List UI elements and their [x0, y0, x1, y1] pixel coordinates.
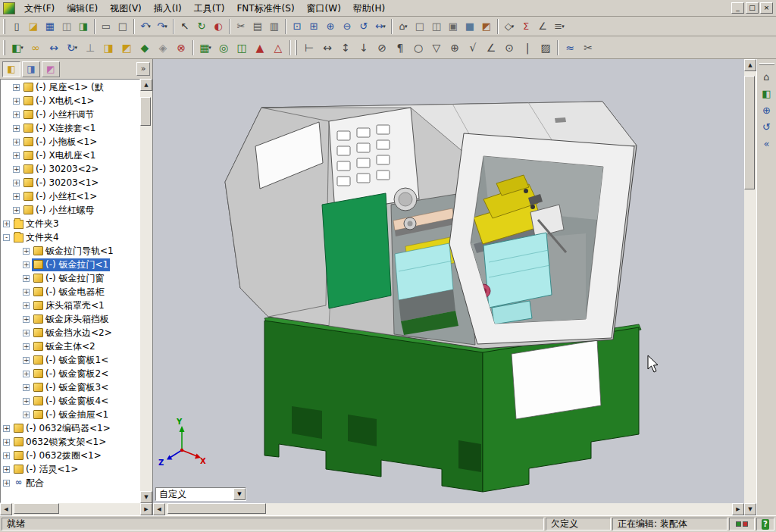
apply-scene-button[interactable]: ◧	[759, 85, 775, 102]
spline-button[interactable]: ≈	[561, 39, 579, 57]
close-button[interactable]: ×	[760, 2, 773, 14]
tree-horizontal-scrollbar[interactable]: ◀ ▶	[0, 503, 152, 515]
expand-box-icon[interactable]: +	[23, 398, 30, 405]
expand-box-icon[interactable]: +	[23, 412, 30, 418]
rotate-component-button[interactable]: ↻▾	[63, 39, 81, 57]
view-home-button[interactable]: ⌂	[759, 68, 775, 85]
scroll-up-button[interactable]: ▲	[744, 59, 756, 71]
zoom-to-area-button[interactable]: ⊕	[759, 102, 775, 118]
tree-item-target[interactable]: (-) 0632拨圈<1>	[12, 449, 103, 462]
view-orientation-combo[interactable]: 自定义 ▼	[155, 487, 246, 501]
wireframe-button[interactable]: □	[411, 18, 428, 35]
expand-box-icon[interactable]: +	[23, 316, 30, 323]
scroll-right-button[interactable]: ▶	[732, 503, 744, 515]
ordinate-dimension-button[interactable]: ↓	[355, 39, 373, 57]
tree-item-target[interactable]: (-) 小丝杆调节	[22, 108, 96, 121]
rebuild-button[interactable]: ↻	[193, 18, 210, 35]
save-button[interactable]: ▦	[42, 18, 58, 35]
expand-box-icon[interactable]: +	[13, 193, 20, 200]
expand-box-icon[interactable]: +	[23, 343, 30, 350]
tree-item-target[interactable]: 0632锁紧支架<1>	[12, 436, 108, 449]
tree-item-target[interactable]: (-) 小丝杠<1>	[22, 190, 99, 203]
zoom-to-fit-button[interactable]: ⊡	[289, 18, 305, 35]
scroll-thumb[interactable]	[140, 97, 151, 126]
weld-symbol-button[interactable]: ∠	[482, 39, 500, 57]
menu-insert[interactable]: 插入(I)	[148, 1, 188, 16]
zoom-in-out-button[interactable]: ⊕	[322, 18, 339, 35]
menu-edit[interactable]: 编辑(E)	[61, 1, 104, 16]
cut-button[interactable]: ✂	[233, 18, 249, 35]
expand-box-icon[interactable]: +	[13, 207, 20, 214]
redo-button[interactable]: ↷▾	[154, 18, 171, 35]
expand-box-icon[interactable]: +	[23, 357, 30, 364]
hidden-lines-removed-button[interactable]: ▣	[445, 18, 462, 35]
tree-item-target[interactable]: (-) X连接套<1	[22, 122, 97, 135]
hide-show-component-button[interactable]: ◨	[99, 39, 117, 57]
copy-button[interactable]: ▤	[249, 18, 266, 35]
note-button[interactable]: ¶	[391, 39, 409, 57]
tree-item-target[interactable]: (-) 钣金抽屉<1	[32, 408, 110, 421]
surface-finish-button[interactable]: √	[464, 39, 482, 57]
menu-help[interactable]: 帮助(H)	[347, 1, 391, 16]
change-suppression-state-button[interactable]: ◩	[117, 39, 136, 57]
make-assembly-from-part-button[interactable]: ◨	[75, 18, 92, 35]
expand-box-icon[interactable]: +	[23, 384, 30, 391]
tree-item-target[interactable]: (-) 活灵<1>	[12, 463, 80, 476]
menu-window[interactable]: 窗口(W)	[301, 1, 347, 16]
hole-callout-button[interactable]: ⊘	[373, 39, 391, 57]
tree-item-target[interactable]: (-) 钣金窗板2<	[32, 368, 110, 380]
status-help[interactable]: ?	[756, 518, 774, 530]
scroll-down-button[interactable]: ▼	[744, 503, 756, 515]
tree-item-target[interactable]: (-) 钣金电器柜	[32, 286, 106, 299]
tree-item-target[interactable]: (-) 钣金窗板4<	[32, 395, 110, 408]
scroll-down-button[interactable]: ▼	[140, 491, 152, 503]
toolbar-grip[interactable]	[3, 40, 5, 55]
panel-collapse-button[interactable]: »	[136, 62, 150, 76]
scroll-up-button[interactable]: ▲	[140, 79, 152, 91]
hidden-lines-visible-button[interactable]: ◫	[428, 18, 445, 35]
expand-box-icon[interactable]: +	[23, 302, 30, 309]
collapse-box-icon[interactable]: -	[3, 234, 10, 241]
area-hatch-button[interactable]: ▨	[537, 39, 555, 57]
open-document-button[interactable]: ◪	[25, 18, 42, 35]
mass-properties-button[interactable]: Σ	[518, 18, 534, 35]
edit-component-button[interactable]: ◆	[136, 39, 154, 57]
tree-item-target[interactable]: 文件夹4	[12, 231, 61, 244]
tree-item-target[interactable]: (-) 钣金拉门<1	[32, 258, 110, 271]
options-button[interactable]: ≡▾	[551, 18, 568, 35]
tree-item-target[interactable]: 钣金主体<2	[32, 340, 97, 353]
tree-vertical-scrollbar[interactable]: ▲ ▼	[140, 79, 152, 503]
expand-box-icon[interactable]: +	[13, 111, 20, 118]
expand-box-icon[interactable]: +	[23, 275, 30, 282]
scroll-left-button[interactable]: ◀	[153, 503, 165, 515]
tree-item-target[interactable]: 钣金挡水边<2>	[32, 327, 114, 340]
tree-item-target[interactable]: 钣金床头箱挡板	[32, 313, 111, 326]
menu-file[interactable]: 文件(F)	[18, 1, 61, 16]
tree-item-target[interactable]: 床头箱罩壳<1	[32, 299, 106, 312]
expand-box-icon[interactable]: +	[23, 371, 30, 377]
expand-box-icon[interactable]: +	[13, 166, 20, 173]
minimize-button[interactable]: _	[731, 2, 744, 14]
tree-item-target[interactable]: (-) 0632编码器<1>	[12, 422, 112, 435]
expand-box-icon[interactable]: +	[23, 289, 30, 296]
expand-box-icon[interactable]: +	[3, 480, 10, 487]
edit-color-button[interactable]: ◐	[210, 18, 227, 35]
centerline-button[interactable]: |	[518, 39, 537, 57]
paste-button[interactable]: ▥	[266, 18, 283, 35]
expand-box-icon[interactable]: +	[13, 125, 20, 132]
mate-button[interactable]: ∞	[27, 39, 45, 57]
expand-box-icon[interactable]: +	[3, 452, 10, 459]
tree-item-target[interactable]: (-) 钣金拉门窗	[32, 272, 106, 285]
smart-dimension-button[interactable]: ⊢	[300, 39, 318, 57]
vertical-dimension-button[interactable]: ↕	[336, 39, 355, 57]
make-drawing-from-part-button[interactable]: ◫	[58, 18, 75, 35]
trim-entities-button[interactable]: ✂	[579, 39, 597, 57]
datum-feature-button[interactable]: ▽	[427, 39, 446, 57]
measure-button[interactable]: ∠	[534, 18, 551, 35]
expand-box-icon[interactable]: +	[23, 248, 30, 255]
expand-box-icon[interactable]: +	[13, 139, 20, 146]
tree-item-target[interactable]: ∞配合	[12, 477, 45, 490]
mirror-components-button[interactable]: ◫	[233, 39, 251, 57]
tree-item-target[interactable]: (-) 小拖板<1>	[22, 136, 99, 149]
tab-propertymanager[interactable]: ◨	[22, 61, 40, 77]
